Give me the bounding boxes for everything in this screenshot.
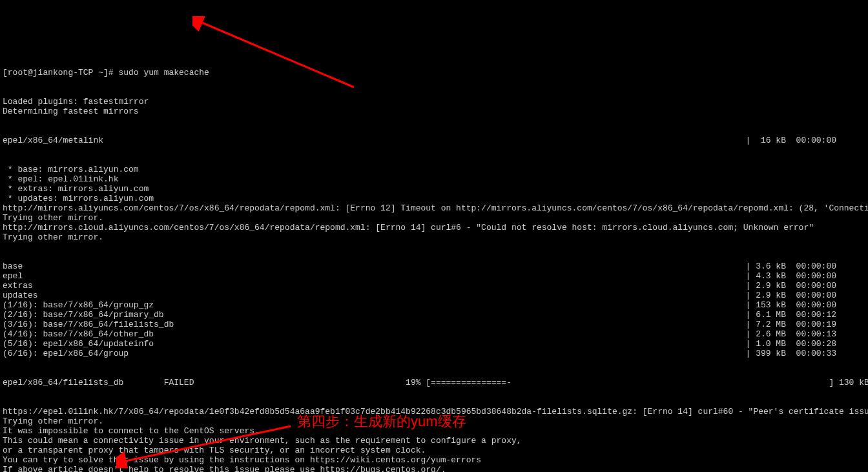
progress-1-name: epel/x86_64/filelists_db FAILED — [3, 378, 406, 387]
prompt-line-1: [root@jiankong-TCP ~]# sudo yum makecach… — [3, 68, 865, 77]
progress-1-pct: 19% [===============- ] 130 kB/s | 18 MB… — [406, 378, 868, 387]
output-line-a-1: Determining fastest mirrors — [3, 107, 865, 116]
metalink-right: | 16 kB 00:00:00 — [746, 136, 865, 145]
repo-row-a-6: (3/16): base/7/x86_64/filelists_db| 7.2 … — [3, 320, 865, 329]
repo-row-a-0-left: base — [3, 262, 23, 271]
repo-row-a-3-left: updates — [3, 291, 38, 300]
repo-row-a-5-left: (2/16): base/7/x86_64/primary_db — [3, 310, 164, 320]
repo-row-a-7: (4/16): base/7/x86_64/other_db| 2.6 MB 0… — [3, 329, 865, 339]
repo-row-a-7-left: (4/16): base/7/x86_64/other_db — [3, 329, 154, 339]
output-line-b-4: http://mirrors.aliyuncs.com/centos/7/os/… — [3, 203, 865, 213]
repo-row-a-0: base| 3.6 kB 00:00:00 — [3, 262, 865, 271]
metalink-row: epel/x86_64/metalink | 16 kB 00:00:00 — [3, 136, 865, 145]
repo-row-a-3-right: | 2.9 kB 00:00:00 — [746, 291, 865, 300]
output-line-b-0: * base: mirrors.aliyun.com — [3, 165, 865, 174]
repo-row-a-9-left: (6/16): epel/x86_64/group — [3, 349, 129, 358]
output-line-c-4: or a transparent proxy that tampers with… — [3, 446, 865, 455]
repo-row-a-8-right: | 1.0 MB 00:00:28 — [746, 339, 865, 349]
repo-row-a-4-left: (1/16): base/7/x86_64/group_gz — [3, 300, 154, 310]
repo-row-a-1-right: | 4.3 kB 00:00:00 — [746, 271, 865, 281]
terminal-output[interactable]: [root@jiankong-TCP ~]# sudo yum makecach… — [0, 48, 868, 472]
output-line-b-5: Trying other mirror. — [3, 213, 865, 223]
output-line-c-3: This could mean a connectivity issue in … — [3, 436, 865, 446]
repo-row-a-3: updates| 2.9 kB 00:00:00 — [3, 291, 865, 300]
repo-row-a-1: epel| 4.3 kB 00:00:00 — [3, 271, 865, 281]
annotation-text: 第四步：生成新的yum缓存 — [297, 416, 466, 426]
repo-row-a-6-right: | 7.2 MB 00:00:19 — [746, 320, 865, 329]
repo-row-a-9: (6/16): epel/x86_64/group| 399 kB 00:00:… — [3, 349, 865, 358]
repo-row-a-4-right: | 153 kB 00:00:00 — [746, 300, 865, 310]
repo-row-a-5: (2/16): base/7/x86_64/primary_db| 6.1 MB… — [3, 310, 865, 320]
repo-row-a-1-left: epel — [3, 271, 23, 281]
repo-row-a-6-left: (3/16): base/7/x86_64/filelists_db — [3, 320, 174, 329]
output-line-a-0: Loaded plugins: fastestmirror — [3, 97, 865, 107]
repo-row-a-0-right: | 3.6 kB 00:00:00 — [746, 262, 865, 271]
metalink-left: epel/x86_64/metalink — [3, 136, 103, 145]
repo-row-a-7-right: | 2.6 MB 00:00:13 — [746, 329, 865, 339]
output-line-b-2: * extras: mirrors.aliyun.com — [3, 184, 865, 194]
repo-row-a-2: extras| 2.9 kB 00:00:00 — [3, 281, 865, 291]
repo-row-a-8-left: (5/16): epel/x86_64/updateinfo — [3, 339, 154, 349]
output-line-b-3: * updates: mirrors.aliyun.com — [3, 194, 865, 203]
repo-row-a-4: (1/16): base/7/x86_64/group_gz| 153 kB 0… — [3, 300, 865, 310]
output-line-b-7: Trying other mirror. — [3, 232, 865, 242]
repo-row-a-8: (5/16): epel/x86_64/updateinfo| 1.0 MB 0… — [3, 339, 865, 349]
repo-row-a-9-right: | 399 kB 00:00:33 — [746, 349, 865, 358]
output-line-c-5: You can try to solve this issue by using… — [3, 455, 865, 465]
output-line-b-6: http://mirrors.cloud.aliyuncs.com/centos… — [3, 223, 865, 232]
repo-row-a-2-right: | 2.9 kB 00:00:00 — [746, 281, 865, 291]
repo-row-a-2-left: extras — [3, 281, 33, 291]
progress-1: epel/x86_64/filelists_db FAILED 19% [===… — [3, 378, 865, 387]
output-line-c-6: If above article doesn't help to resolve… — [3, 465, 865, 472]
repo-row-a-5-right: | 6.1 MB 00:00:12 — [746, 310, 865, 320]
output-line-b-1: * epel: epel.01link.hk — [3, 174, 865, 184]
prompt-1-cmd: sudo yum makecache — [118, 68, 209, 77]
prompt-1-user: [root@jiankong-TCP ~]# — [3, 68, 118, 77]
